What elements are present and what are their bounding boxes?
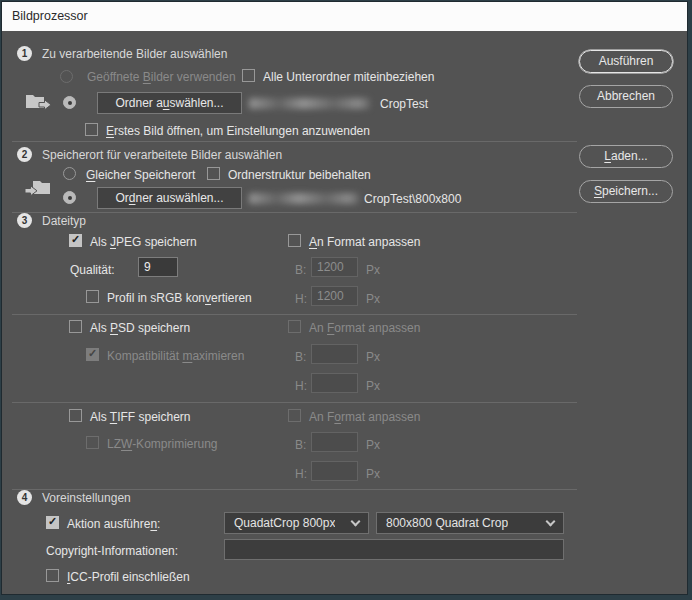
- maximize-compatibility-checkbox: ✓: [86, 348, 99, 361]
- psd-height-input: [311, 373, 358, 393]
- convert-srgb-checkbox[interactable]: [86, 290, 99, 303]
- jpeg-height-label: H:: [295, 292, 307, 306]
- load-button[interactable]: Laden...: [579, 145, 673, 168]
- section-divider: [12, 402, 577, 403]
- psd-resize-checkbox: [288, 320, 301, 333]
- psd-width-input: [311, 344, 358, 364]
- destination-folder-icon: [24, 178, 52, 198]
- section-2-title: Speicherort für verarbeitete Bilder ausw…: [42, 148, 282, 162]
- dialog-title: Bildprozessor: [12, 9, 88, 23]
- include-icc-checkbox[interactable]: [46, 569, 59, 582]
- section-4-number: 4: [17, 490, 32, 505]
- check-icon: ✓: [71, 233, 80, 246]
- section-3-number: 3: [17, 213, 32, 228]
- copyright-input[interactable]: [224, 539, 564, 560]
- jpeg-resize-checkbox[interactable]: [288, 234, 301, 247]
- psd-width-label: B:: [295, 350, 306, 364]
- jpeg-height-input: [311, 286, 358, 306]
- use-open-images-label: Geöffnete Bilder verwenden: [87, 70, 236, 84]
- choose-destination-folder-button[interactable]: Ordner auswählen...: [97, 187, 242, 209]
- section-3-title: Dateityp: [42, 214, 86, 228]
- save-psd-label[interactable]: Als PSD speichern: [90, 321, 190, 335]
- use-open-images-radio: [60, 70, 73, 83]
- redacted-source-path: [249, 98, 370, 109]
- jpeg-resize-label[interactable]: An Format anpassen: [309, 235, 420, 249]
- include-icc-label[interactable]: ICC-Profil einschließen: [67, 570, 190, 584]
- section-divider: [12, 489, 577, 490]
- lzw-compression-checkbox: [86, 436, 99, 449]
- jpeg-width-unit: Px: [366, 263, 380, 277]
- tiff-width-input: [311, 432, 358, 452]
- keep-structure-checkbox[interactable]: [207, 167, 220, 180]
- jpeg-width-input: [311, 257, 358, 277]
- action-set-select[interactable]: QuadatCrop 800px: [224, 512, 369, 534]
- cancel-button[interactable]: Abbrechen: [579, 85, 673, 108]
- section-divider: [12, 141, 577, 142]
- copyright-label: Copyright-Informationen:: [46, 544, 178, 558]
- save-button[interactable]: Speichern...: [579, 180, 673, 203]
- psd-resize-label: An Format anpassen: [309, 321, 420, 335]
- psd-width-unit: Px: [366, 350, 380, 364]
- save-tiff-label[interactable]: Als TIFF speichern: [90, 410, 191, 424]
- check-icon: ✓: [88, 347, 97, 360]
- destination-folder-radio[interactable]: [63, 191, 76, 204]
- source-path-suffix: CropTest: [380, 97, 428, 111]
- title-bar[interactable]: Bildprozessor: [2, 2, 687, 31]
- source-folder-icon: [24, 92, 52, 112]
- save-jpeg-checkbox[interactable]: ✓: [69, 234, 82, 247]
- maximize-compatibility-label: Kompatibilität maximieren: [107, 349, 244, 363]
- same-location-radio[interactable]: [63, 167, 76, 180]
- choose-source-folder-button[interactable]: Ordner auswählen...: [97, 92, 242, 114]
- tiff-resize-checkbox: [288, 409, 301, 422]
- chevron-down-icon: [546, 516, 556, 526]
- source-folder-radio[interactable]: [63, 96, 76, 109]
- tiff-width-unit: Px: [366, 438, 380, 452]
- jpeg-quality-label: Qualität:: [70, 263, 115, 277]
- redacted-destination-path: [249, 193, 359, 204]
- section-1-title: Zu verarbeitende Bilder auswählen: [42, 47, 227, 61]
- section-divider: [12, 212, 577, 213]
- psd-height-label: H:: [295, 379, 307, 393]
- run-button[interactable]: Ausführen: [579, 50, 673, 73]
- keep-structure-label[interactable]: Ordnerstruktur beibehalten: [228, 168, 371, 182]
- section-divider: [12, 314, 577, 315]
- section-2-number: 2: [17, 147, 32, 162]
- run-action-checkbox[interactable]: ✓: [46, 516, 59, 529]
- tiff-height-label: H:: [295, 467, 307, 481]
- save-psd-checkbox[interactable]: [69, 320, 82, 333]
- save-tiff-checkbox[interactable]: [69, 409, 82, 422]
- jpeg-width-label: B:: [295, 263, 306, 277]
- run-action-label[interactable]: Aktion ausführen:: [67, 517, 160, 531]
- psd-height-unit: Px: [366, 379, 380, 393]
- save-jpeg-label[interactable]: Als JPEG speichern: [90, 235, 197, 249]
- image-processor-dialog: Bildprozessor Ausführen Abbrechen Laden.…: [1, 1, 688, 595]
- open-first-image-label[interactable]: Erstes Bild öffnen, um Einstellungen anz…: [106, 124, 370, 138]
- tiff-resize-label: An Format anpassen: [309, 410, 420, 424]
- tiff-width-label: B:: [295, 438, 306, 452]
- include-subfolders-checkbox[interactable]: [242, 69, 255, 82]
- include-subfolders-label[interactable]: Alle Unterordner miteinbeziehen: [263, 70, 434, 84]
- jpeg-height-unit: Px: [366, 292, 380, 306]
- check-icon: ✓: [48, 515, 57, 528]
- action-name-select[interactable]: 800x800 Quadrat Crop: [376, 512, 564, 534]
- tiff-height-unit: Px: [366, 467, 380, 481]
- jpeg-quality-input[interactable]: [138, 257, 178, 277]
- lzw-compression-label: LZW-Komprimierung: [107, 437, 217, 451]
- convert-srgb-label[interactable]: Profil in sRGB konvertieren: [107, 291, 252, 305]
- section-4-title: Voreinstellungen: [42, 491, 131, 505]
- action-name-value: 800x800 Quadrat Crop: [386, 516, 508, 530]
- action-set-value: QuadatCrop 800px: [234, 516, 335, 530]
- section-1-number: 1: [17, 46, 32, 61]
- same-location-label[interactable]: Gleicher Speicherort: [86, 168, 195, 182]
- tiff-height-input: [311, 461, 358, 481]
- destination-path-suffix: CropTest\800x800: [364, 192, 461, 206]
- chevron-down-icon: [351, 516, 361, 526]
- open-first-image-checkbox[interactable]: [85, 123, 98, 136]
